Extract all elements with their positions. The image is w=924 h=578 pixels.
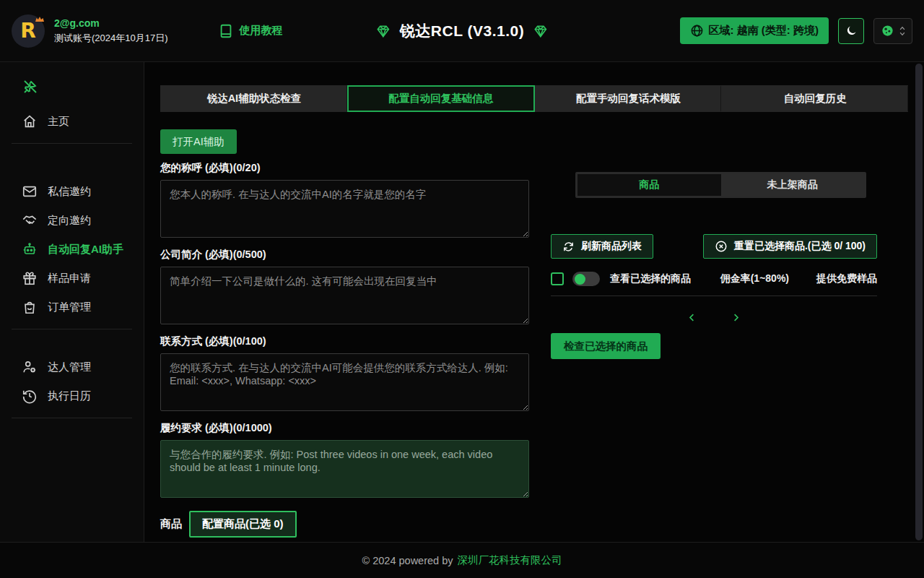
panel-divider	[551, 296, 877, 296]
sidebar-item-targeted-invite[interactable]: 定向邀约	[0, 206, 144, 235]
view-selected-label: 查看已选择的商品	[610, 272, 691, 285]
account-note: 测试账号(2024年10月17日)	[54, 32, 168, 45]
account-email: 2@g.com	[54, 17, 168, 29]
account-section: R 2@g.com 测试账号(2024年10月17日) 使用教程	[12, 14, 283, 48]
refresh-icon	[562, 241, 575, 253]
content-area: 锐达AI辅助状态检查 配置自动回复基础信息 配置手动回复话术模版 自动回复历史 …	[144, 62, 924, 542]
user-gear-icon	[22, 359, 38, 375]
title-section: 锐达RCL (V3.1.0)	[376, 21, 548, 41]
sidebar-divider	[12, 143, 132, 144]
region-label: 区域: 越南 (类型: 跨境)	[709, 24, 819, 38]
handshake-icon	[22, 212, 38, 228]
sidebar-item-home[interactable]: 主页	[0, 107, 144, 136]
tab-unlisted-products[interactable]: 未上架商品	[721, 174, 865, 196]
diamond-icon	[376, 24, 391, 38]
robot-icon	[22, 241, 38, 257]
mail-icon	[22, 184, 38, 199]
tab-auto-reply-history[interactable]: 自动回复历史	[721, 85, 908, 112]
sidebar-item-label: 私信邀约	[48, 185, 91, 199]
company-intro-textarea[interactable]	[160, 267, 529, 324]
shopping-bag-icon	[22, 299, 38, 315]
field-label-company-intro: 公司简介 (必填)(0/500)	[160, 248, 529, 262]
sidebar-divider	[12, 329, 132, 329]
account-info: 2@g.com 测试账号(2024年10月17日)	[54, 17, 168, 45]
sidebar-item-label: 定向邀约	[48, 214, 91, 228]
globe-icon	[690, 24, 704, 38]
tab-ai-status-check[interactable]: 锐达AI辅助状态检查	[160, 85, 347, 112]
sidebar-item-execution-calendar[interactable]: 执行日历	[0, 381, 144, 410]
clock-history-icon	[22, 388, 38, 404]
app-header: R 2@g.com 测试账号(2024年10月17日) 使用教程 锐达RCL (…	[0, 0, 924, 62]
sidebar-item-label: 达人管理	[48, 361, 91, 374]
product-panel: 商品 未上架商品 刷新商品列表	[551, 129, 908, 542]
refresh-products-button[interactable]: 刷新商品列表	[551, 234, 653, 259]
diamond-icon	[533, 24, 548, 38]
x-circle-icon	[715, 240, 728, 253]
home-icon	[22, 113, 38, 129]
sidebar-item-creator-management[interactable]: 达人管理	[0, 353, 144, 381]
check-selected-products-button[interactable]: 检查已选择的商品	[551, 333, 661, 359]
fulfillment-textarea[interactable]	[160, 440, 529, 498]
select-chevrons-icon	[899, 26, 906, 36]
sidebar-item-label: 执行日历	[48, 389, 91, 403]
product-label: 商品	[160, 517, 182, 531]
tab-auto-reply-config[interactable]: 配置自动回复基础信息	[347, 85, 535, 112]
main-tabs: 锐达AI辅助状态检查 配置自动回复基础信息 配置手动回复话术模版 自动回复历史	[160, 85, 908, 112]
sidebar-item-label: 订单管理	[48, 301, 91, 314]
sidebar-item-label: 主页	[48, 115, 69, 129]
product-tabs: 商品 未上架商品	[575, 172, 866, 198]
page-footer: © 2024 powered by 深圳厂花科技有限公司	[0, 542, 924, 578]
auto-reply-form: 打开AI辅助 您的称呼 (必填)(0/20) 公司简介 (必填)(0/500) …	[160, 129, 529, 542]
free-sample-label: 提供免费样品	[816, 272, 877, 285]
sidebar-item-private-invite[interactable]: 私信邀约	[0, 177, 144, 206]
language-select[interactable]	[873, 18, 912, 44]
tutorial-label: 使用教程	[240, 24, 283, 38]
tab-products[interactable]: 商品	[578, 174, 721, 196]
moon-icon	[845, 25, 858, 37]
tutorial-link[interactable]: 使用教程	[218, 23, 283, 39]
company-link[interactable]: 深圳厂花科技有限公司	[457, 553, 562, 567]
gift-icon	[22, 270, 38, 286]
unpin-sidebar-icon[interactable]	[22, 78, 39, 95]
sidebar: 主页 私信邀约 定向邀约 自动回复AI助手	[0, 62, 144, 542]
sidebar-item-label: 自动回复AI助手	[48, 243, 123, 256]
open-ai-assist-button[interactable]: 打开AI辅助	[160, 129, 237, 154]
view-selected-toggle[interactable]	[572, 272, 600, 286]
app-logo: R	[12, 14, 45, 48]
logo-letter: R	[20, 19, 36, 43]
page-title: 锐达RCL (V3.1.0)	[400, 21, 524, 41]
field-label-fulfillment: 履约要求 (必填)(0/1000)	[160, 421, 529, 435]
field-label-contact: 联系方式 (必填)(0/100)	[160, 335, 529, 348]
header-actions: 区域: 越南 (类型: 跨境)	[680, 17, 912, 44]
next-page-icon[interactable]	[731, 312, 741, 323]
sidebar-item-order-management[interactable]: 订单管理	[0, 293, 144, 322]
region-button[interactable]: 区域: 越南 (类型: 跨境)	[680, 17, 829, 44]
pagination	[551, 312, 877, 323]
field-label-name: 您的称呼 (必填)(0/20)	[160, 161, 529, 175]
crown-icon	[35, 16, 45, 23]
sidebar-divider	[12, 418, 132, 418]
tab-manual-reply-templates[interactable]: 配置手动回复话术模版	[535, 85, 722, 112]
book-icon	[218, 23, 234, 39]
copyright-text: © 2024 powered by	[362, 555, 453, 566]
sidebar-item-auto-reply-ai[interactable]: 自动回复AI助手	[0, 235, 144, 264]
contact-textarea[interactable]	[160, 353, 529, 411]
language-globe-icon	[881, 24, 894, 38]
scrollbar-thumb[interactable]	[915, 64, 923, 540]
theme-toggle-button[interactable]	[838, 18, 864, 44]
main-area: 主页 私信邀约 定向邀约 自动回复AI助手	[0, 62, 924, 542]
sidebar-item-sample-request[interactable]: 样品申请	[0, 264, 144, 293]
configure-products-button[interactable]: 配置商品(已选 0)	[189, 511, 297, 538]
commission-rate-label: 佣金率(1~80%)	[720, 272, 789, 285]
toggle-knob	[575, 274, 585, 285]
prev-page-icon[interactable]	[687, 312, 697, 323]
name-textarea[interactable]	[160, 180, 529, 238]
select-all-checkbox[interactable]	[551, 272, 564, 285]
vertical-scrollbar[interactable]	[915, 64, 923, 540]
reset-selected-products-button[interactable]: 重置已选择商品.(已选 0/ 100)	[703, 234, 877, 259]
sidebar-item-label: 样品申请	[48, 272, 91, 285]
